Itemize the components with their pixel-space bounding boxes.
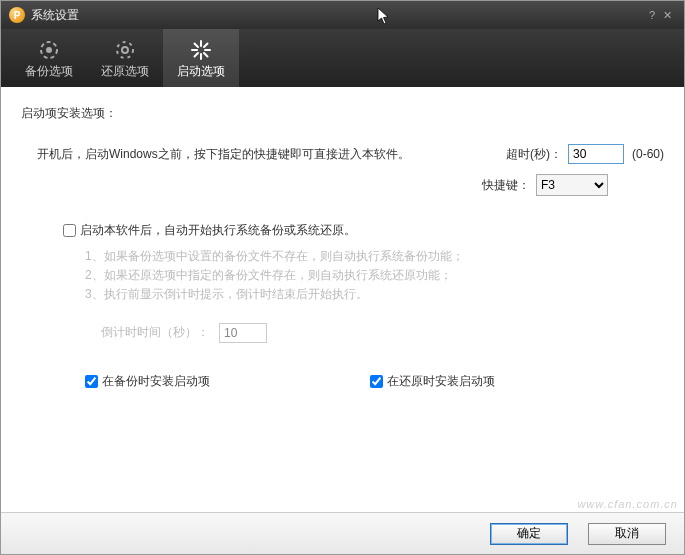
auto-exec-checkbox[interactable] bbox=[63, 224, 76, 237]
hotkey-row: 快捷键： F3 bbox=[21, 174, 664, 196]
svg-line-9 bbox=[204, 53, 208, 57]
timeout-label: 超时(秒)： bbox=[506, 146, 562, 163]
hint-1: 1、如果备份选项中设置的备份文件不存在，则自动执行系统备份功能； bbox=[85, 247, 664, 266]
backup-icon bbox=[37, 37, 61, 63]
tab-backup-label: 备份选项 bbox=[25, 63, 73, 80]
install-on-restore-text: 在还原时安装启动项 bbox=[387, 373, 495, 390]
app-logo-icon: P bbox=[9, 7, 25, 23]
auto-exec-row: 启动本软件后，自动开始执行系统备份或系统还原。 bbox=[21, 222, 664, 239]
tab-bar: 备份选项 还原选项 启动选项 bbox=[1, 29, 684, 87]
tab-restore[interactable]: 还原选项 bbox=[87, 29, 163, 87]
install-on-backup-label[interactable]: 在备份时安装启动项 bbox=[85, 373, 210, 390]
timeout-range-hint: (0-60) bbox=[632, 147, 664, 161]
help-button[interactable]: ? bbox=[645, 9, 659, 21]
window-title: 系统设置 bbox=[31, 7, 645, 24]
titlebar: P 系统设置 ? ✕ bbox=[1, 1, 684, 29]
content-pane: 启动项安装选项： 开机后，启动Windows之前，按下指定的快捷键即可直接进入本… bbox=[1, 87, 684, 512]
auto-exec-label[interactable]: 启动本软件后，自动开始执行系统备份或系统还原。 bbox=[63, 222, 664, 239]
ok-button[interactable]: 确定 bbox=[490, 523, 568, 545]
footer: 确定 取消 bbox=[1, 512, 684, 554]
timeout-row: 开机后，启动Windows之前，按下指定的快捷键即可直接进入本软件。 超时(秒)… bbox=[21, 144, 664, 164]
install-on-backup-text: 在备份时安装启动项 bbox=[102, 373, 210, 390]
hint-2: 2、如果还原选项中指定的备份文件存在，则自动执行系统还原功能； bbox=[85, 266, 664, 285]
timeout-input[interactable] bbox=[568, 144, 624, 164]
watermark: www.cfan.com.cn bbox=[577, 498, 678, 510]
install-on-restore-label[interactable]: 在还原时安装启动项 bbox=[370, 373, 495, 390]
install-on-restore-checkbox[interactable] bbox=[370, 375, 383, 388]
cancel-button[interactable]: 取消 bbox=[588, 523, 666, 545]
tab-backup[interactable]: 备份选项 bbox=[11, 29, 87, 87]
svg-line-10 bbox=[204, 43, 208, 47]
svg-point-2 bbox=[117, 42, 133, 58]
hotkey-select[interactable]: F3 bbox=[536, 174, 608, 196]
hotkey-label: 快捷键： bbox=[482, 177, 530, 194]
startup-icon bbox=[189, 37, 213, 63]
countdown-row: 倒计时时间（秒）： bbox=[21, 323, 664, 343]
install-options-row: 在备份时安装启动项 在还原时安装启动项 bbox=[21, 373, 664, 390]
section-title: 启动项安装选项： bbox=[21, 105, 664, 122]
tab-startup[interactable]: 启动选项 bbox=[163, 29, 239, 87]
svg-line-8 bbox=[195, 43, 199, 47]
startup-description: 开机后，启动Windows之前，按下指定的快捷键即可直接进入本软件。 bbox=[37, 146, 506, 163]
tab-startup-label: 启动选项 bbox=[177, 63, 225, 80]
svg-point-3 bbox=[122, 47, 128, 53]
svg-point-1 bbox=[46, 47, 52, 53]
countdown-input[interactable] bbox=[219, 323, 267, 343]
svg-line-11 bbox=[195, 53, 199, 57]
hint-3: 3、执行前显示倒计时提示，倒计时结束后开始执行。 bbox=[85, 285, 664, 304]
countdown-label: 倒计时时间（秒）： bbox=[101, 324, 209, 341]
hints-block: 1、如果备份选项中设置的备份文件不存在，则自动执行系统备份功能； 2、如果还原选… bbox=[21, 247, 664, 305]
install-on-backup-checkbox[interactable] bbox=[85, 375, 98, 388]
close-button[interactable]: ✕ bbox=[659, 9, 676, 22]
auto-exec-text: 启动本软件后，自动开始执行系统备份或系统还原。 bbox=[80, 222, 356, 239]
restore-icon bbox=[113, 37, 137, 63]
tab-restore-label: 还原选项 bbox=[101, 63, 149, 80]
